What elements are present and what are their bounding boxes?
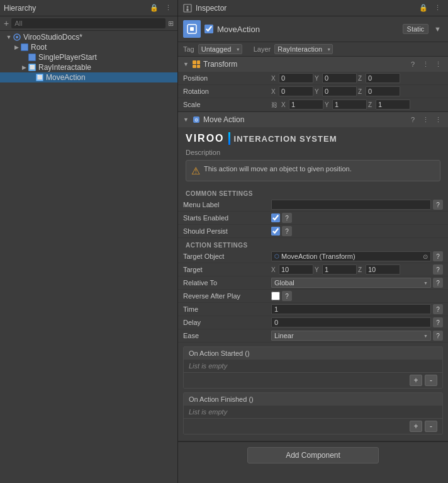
menu-label-help-btn[interactable]: ?	[433, 200, 443, 210]
scale-x-field: X	[281, 99, 323, 110]
pos-x-label: X	[271, 75, 277, 82]
tree-item-viroo[interactable]: ▼ VirooStudioDocs*	[0, 32, 177, 42]
on-action-started-add-btn[interactable]: +	[410, 375, 422, 386]
viroo-brand-text: VIROO	[186, 133, 225, 144]
gameobject-enabled-checkbox[interactable]	[204, 25, 213, 33]
position-z-input[interactable]	[366, 73, 400, 83]
tree-label-viroo: VirooStudioDocs*	[23, 33, 82, 42]
should-persist-value: ?	[271, 226, 443, 236]
relative-to-value: Global Local Self ?	[271, 278, 443, 288]
target-object-select-btn[interactable]: ⊙	[423, 253, 428, 260]
svg-point-3	[187, 6, 189, 8]
add-component-button[interactable]: Add Component	[247, 447, 379, 463]
on-action-started-section: On Action Started () List is empty + -	[183, 346, 443, 389]
target-value: X Y Z ?	[271, 264, 443, 275]
target-x-input[interactable]	[279, 264, 313, 275]
tag-dropdown[interactable]: Untagged	[198, 44, 242, 54]
tree-item-moveaction[interactable]: ▶ ⬜ MoveAction	[0, 72, 177, 82]
position-label: Position	[183, 74, 271, 82]
target-z-field: Z	[358, 264, 400, 275]
ease-help-btn[interactable]: ?	[433, 331, 443, 341]
on-action-finished-add-btn[interactable]: +	[410, 421, 422, 432]
time-help-btn[interactable]: ?	[433, 304, 443, 314]
scene-icon	[13, 33, 21, 42]
starts-enabled-help-btn[interactable]: ?	[282, 213, 292, 223]
add-component-bar: Add Component	[178, 441, 448, 469]
relative-to-help-btn[interactable]: ?	[433, 278, 443, 288]
ease-value: Linear EaseIn EaseOut EaseInOut ?	[271, 331, 443, 341]
should-persist-help-btn[interactable]: ?	[282, 226, 292, 236]
time-label: Time	[183, 305, 271, 313]
transform-settings-btn[interactable]: ⋮	[420, 59, 430, 69]
target-object-label: Target Object	[183, 253, 271, 260]
target-z-input[interactable]	[366, 264, 400, 275]
position-x-input[interactable]	[279, 73, 313, 83]
starts-enabled-row: Starts Enabled ?	[178, 212, 448, 225]
transform-help-btn[interactable]: ?	[408, 59, 418, 69]
delay-help-btn[interactable]: ?	[433, 317, 443, 327]
hierarchy-search-bar: + ⊞	[0, 16, 177, 31]
target-help-btn[interactable]: ?	[433, 264, 443, 275]
tree-item-singleplayer[interactable]: ▶ SinglePlayerStart	[0, 52, 177, 62]
target-y-input[interactable]	[322, 264, 357, 275]
on-action-started-footer: + -	[184, 372, 442, 388]
relative-to-select-wrapper: Global Local Self	[271, 278, 431, 288]
hierarchy-search-extra-icon[interactable]: ⊞	[168, 20, 174, 28]
rotation-x-input[interactable]	[279, 86, 313, 96]
static-dropdown-icon[interactable]: ▼	[432, 25, 443, 33]
hierarchy-lock-icon[interactable]: 🔒	[148, 3, 160, 13]
position-z-field: Z	[358, 73, 400, 83]
on-action-finished-remove-btn[interactable]: -	[425, 421, 437, 432]
menu-label-input[interactable]	[271, 200, 431, 210]
target-object-icon: ⬡	[274, 253, 279, 259]
move-action-settings-btn[interactable]: ⋮	[420, 115, 430, 125]
move-action-header[interactable]: ▼ ⚙ Move Action ? ⋮ ⋮	[178, 112, 448, 127]
tree-arrow-moveaction: ▶	[28, 74, 35, 81]
svg-rect-6	[190, 27, 194, 31]
tree-label-singleplayer: SinglePlayerStart	[38, 53, 97, 62]
target-object-row: Target Object ⬡ MoveAction (Transform) ⊙…	[178, 250, 448, 263]
inspector-lock-icon[interactable]: 🔒	[417, 3, 430, 13]
scale-y-input[interactable]	[332, 99, 367, 110]
reverse-after-play-label: Reverse After Play	[183, 292, 271, 300]
tree-label-moveaction: MoveAction	[46, 73, 86, 82]
prefab-icon-ray: ⬜	[28, 63, 36, 72]
move-action-help-btn[interactable]: ?	[408, 115, 418, 125]
tree-item-root[interactable]: ▶ Root	[0, 42, 177, 52]
svg-point-1	[16, 36, 18, 38]
common-settings-heading: COMMON SETTINGS	[178, 186, 448, 198]
relative-to-dropdown[interactable]: Global Local Self	[271, 278, 431, 288]
move-action-menu-btn[interactable]: ⋮	[433, 115, 443, 125]
layer-dropdown-wrapper: RayInteraction	[274, 44, 333, 54]
on-action-started-remove-btn[interactable]: -	[425, 375, 437, 386]
should-persist-checkbox[interactable]	[271, 227, 280, 236]
inspector-menu-icon[interactable]: ⋮	[432, 3, 443, 13]
ease-dropdown[interactable]: Linear EaseIn EaseOut EaseInOut	[271, 331, 431, 341]
reverse-after-play-checkbox[interactable]	[271, 292, 280, 300]
inspector-icon	[183, 4, 192, 13]
hierarchy-search-input[interactable]	[11, 18, 165, 28]
delay-input[interactable]	[271, 317, 431, 327]
delay-value: ?	[271, 317, 443, 327]
tree-item-rayinteractable[interactable]: ▶ ⬜ RayInteractable	[0, 62, 177, 72]
transform-menu-btn[interactable]: ⋮	[433, 59, 443, 69]
relative-to-label: Relative To	[183, 279, 271, 287]
hierarchy-panel: Hierarchy 🔒 ⋮ + ⊞ ▼ VirooStudioDocs* ▶ R…	[0, 0, 178, 483]
scale-z-input[interactable]	[376, 99, 410, 110]
tree-arrow-viroo: ▼	[5, 34, 13, 40]
scale-y-label: Y	[325, 101, 331, 108]
rotation-y-input[interactable]	[322, 86, 357, 96]
layer-dropdown[interactable]: RayInteraction	[274, 44, 333, 54]
starts-enabled-checkbox[interactable]	[271, 213, 280, 222]
scale-x-input[interactable]	[289, 99, 323, 110]
description-box: ⚠ This action will move an object to giv…	[186, 160, 440, 181]
transform-header[interactable]: ▼ Transform ? ⋮ ⋮	[178, 57, 448, 72]
hierarchy-menu-icon[interactable]: ⋮	[163, 3, 174, 13]
target-object-help-btn[interactable]: ?	[433, 251, 443, 261]
position-y-input[interactable]	[322, 73, 357, 83]
time-input[interactable]	[271, 304, 431, 314]
rotation-z-input[interactable]	[366, 86, 400, 96]
reverse-after-play-help-btn[interactable]: ?	[282, 291, 292, 301]
viroo-brand-bar	[228, 132, 230, 145]
plus-icon[interactable]: +	[4, 18, 9, 28]
